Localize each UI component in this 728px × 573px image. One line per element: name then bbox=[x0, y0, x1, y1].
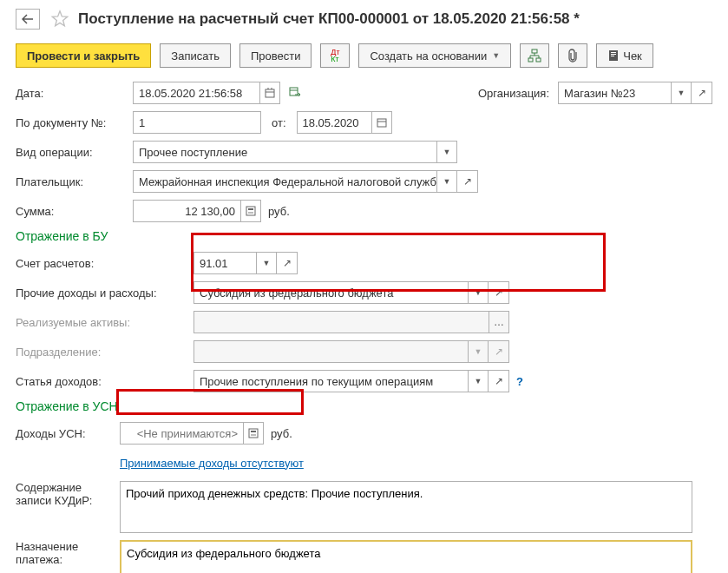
chevron-down-icon: ▼ bbox=[475, 347, 482, 356]
usn-income-calc-button[interactable] bbox=[243, 422, 264, 445]
open-icon: ↗ bbox=[698, 87, 706, 99]
open-icon: ↗ bbox=[495, 286, 503, 299]
payer-open-button[interactable]: ↗ bbox=[457, 170, 478, 193]
svg-point-13 bbox=[250, 212, 252, 214]
assets-more-button: … bbox=[489, 311, 509, 333]
date-extra-icon[interactable] bbox=[289, 86, 301, 101]
org-input[interactable]: Магазин №23 bbox=[558, 82, 671, 104]
calendar-icon bbox=[265, 88, 275, 98]
other-income-dropdown-button[interactable]: ▼ bbox=[468, 281, 489, 304]
amount-input[interactable]: 12 130,00 bbox=[133, 200, 240, 222]
svg-rect-10 bbox=[246, 207, 255, 215]
calendar-auto-icon bbox=[289, 86, 301, 98]
open-icon: ↗ bbox=[283, 257, 292, 269]
dept-input bbox=[193, 340, 468, 363]
open-icon: ↗ bbox=[495, 346, 503, 358]
svg-point-17 bbox=[251, 434, 253, 436]
op-type-label: Вид операции: bbox=[16, 146, 133, 159]
back-button[interactable] bbox=[16, 9, 40, 30]
usn-section-title: Отражение в УСН bbox=[16, 399, 712, 413]
attachment-button[interactable] bbox=[558, 43, 587, 68]
payer-dropdown-button[interactable]: ▼ bbox=[436, 170, 457, 193]
assets-label: Реализуемые активы: bbox=[16, 316, 193, 329]
post-button[interactable]: Провести bbox=[239, 43, 312, 68]
payer-label: Плательщик: bbox=[16, 175, 133, 188]
account-input[interactable]: 91.01 bbox=[193, 252, 256, 274]
op-type-input[interactable]: Прочее поступление bbox=[133, 141, 436, 163]
svg-point-18 bbox=[253, 434, 254, 436]
dt-kt-button[interactable]: ДтКт bbox=[320, 43, 350, 68]
other-income-input[interactable]: Субсидия из федерального бюджета bbox=[193, 281, 468, 304]
usn-income-label: Доходы УСН: bbox=[16, 427, 120, 440]
purpose-textarea[interactable] bbox=[120, 540, 692, 573]
create-based-label: Создать на основании bbox=[370, 49, 487, 63]
create-based-on-button[interactable]: Создать на основании ▼ bbox=[358, 43, 511, 68]
arrow-left-icon bbox=[22, 14, 34, 24]
open-icon: ↗ bbox=[463, 175, 472, 188]
dept-dropdown-button: ▼ bbox=[468, 340, 489, 363]
doc-no-label: По документу №: bbox=[16, 116, 133, 129]
date-input[interactable]: 18.05.2020 21:56:58 bbox=[133, 82, 259, 104]
svg-rect-4 bbox=[611, 52, 616, 53]
favorite-star-icon[interactable] bbox=[50, 10, 69, 29]
svg-rect-7 bbox=[266, 89, 274, 97]
dept-open-button: ↗ bbox=[489, 340, 509, 363]
calculator-icon bbox=[246, 206, 256, 216]
svg-rect-2 bbox=[536, 58, 541, 62]
chevron-down-icon: ▼ bbox=[443, 148, 451, 156]
dt-kt-icon: ДтКт bbox=[331, 49, 339, 63]
structure-button[interactable] bbox=[520, 43, 549, 68]
post-and-close-button[interactable]: Провести и закрыть bbox=[16, 43, 151, 68]
calendar-icon bbox=[377, 117, 387, 128]
structure-icon bbox=[528, 49, 541, 63]
ellipsis-icon: … bbox=[494, 316, 504, 328]
help-link[interactable]: ? bbox=[516, 375, 523, 388]
org-dropdown-button[interactable]: ▼ bbox=[671, 82, 692, 104]
usn-currency: руб. bbox=[271, 427, 292, 440]
org-open-button[interactable]: ↗ bbox=[692, 82, 712, 104]
payer-input[interactable]: Межрайонная инспекция Федеральной налого… bbox=[133, 170, 436, 193]
kudir-textarea[interactable] bbox=[120, 481, 692, 533]
kudir-label: Содержание записи КУДиР: bbox=[16, 481, 120, 507]
svg-rect-5 bbox=[611, 54, 616, 55]
save-button[interactable]: Записать bbox=[160, 43, 231, 68]
account-dropdown-button[interactable]: ▼ bbox=[256, 252, 277, 274]
receipt-icon bbox=[607, 49, 620, 62]
usn-income-note-link[interactable]: Принимаемые доходы отсутствуют bbox=[120, 457, 304, 470]
doc-from-input[interactable]: 18.05.2020 bbox=[297, 111, 371, 134]
chevron-down-icon: ▼ bbox=[443, 177, 451, 186]
account-open-button[interactable]: ↗ bbox=[277, 252, 298, 274]
cheque-label: Чек bbox=[623, 49, 642, 63]
usn-income-input[interactable]: <Не принимаются> bbox=[120, 422, 243, 445]
amount-calc-button[interactable] bbox=[240, 200, 261, 222]
cheque-button[interactable]: Чек bbox=[596, 43, 653, 68]
bu-section-title: Отражение в БУ bbox=[16, 229, 712, 243]
doc-no-input[interactable]: 1 bbox=[133, 111, 261, 134]
calendar-button[interactable] bbox=[259, 82, 280, 104]
other-income-open-button[interactable]: ↗ bbox=[489, 281, 509, 304]
income-article-label: Статья доходов: bbox=[16, 375, 193, 388]
paperclip-icon bbox=[567, 49, 579, 63]
svg-rect-15 bbox=[249, 429, 258, 438]
svg-point-12 bbox=[248, 212, 250, 214]
doc-from-label: от: bbox=[272, 116, 286, 129]
svg-rect-6 bbox=[611, 56, 614, 56]
op-type-dropdown-button[interactable]: ▼ bbox=[436, 141, 457, 163]
svg-rect-1 bbox=[528, 58, 533, 62]
chevron-down-icon: ▼ bbox=[475, 288, 482, 297]
open-icon: ↗ bbox=[495, 375, 503, 387]
document-title: Поступление на расчетный счет КП00-00000… bbox=[78, 10, 580, 28]
assets-input bbox=[193, 311, 489, 333]
svg-point-19 bbox=[254, 434, 256, 436]
income-article-input[interactable]: Прочие поступления по текущим операциям bbox=[193, 370, 468, 392]
svg-rect-9 bbox=[377, 119, 386, 127]
purpose-label: Назначение платежа: bbox=[16, 540, 120, 566]
amount-label: Сумма: bbox=[16, 205, 133, 218]
chevron-down-icon: ▼ bbox=[492, 51, 500, 60]
svg-rect-11 bbox=[248, 208, 253, 210]
svg-rect-16 bbox=[251, 431, 256, 432]
income-article-open-button[interactable]: ↗ bbox=[489, 370, 509, 392]
income-article-dropdown-button[interactable]: ▼ bbox=[468, 370, 489, 392]
doc-from-calendar-button[interactable] bbox=[371, 111, 392, 134]
date-label: Дата: bbox=[16, 87, 133, 100]
